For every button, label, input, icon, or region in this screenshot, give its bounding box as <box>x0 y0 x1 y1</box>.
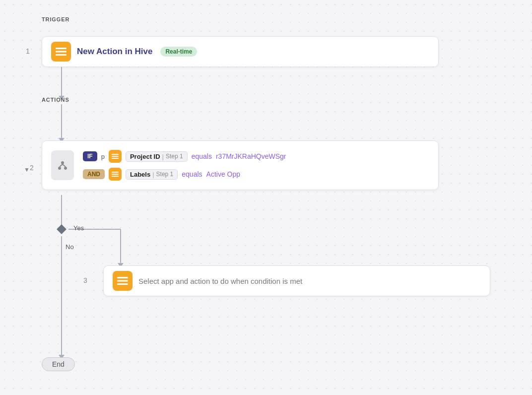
labels-pill: Labels | Step 1 <box>126 169 178 180</box>
if-badge: IF <box>83 151 97 161</box>
field-sep-1: | <box>162 153 164 160</box>
svg-rect-28 <box>117 283 128 285</box>
condition-card[interactable]: IF p Project ID | Step 1 equals r37MrJKR… <box>42 140 439 190</box>
svg-rect-26 <box>117 277 128 278</box>
svg-rect-5 <box>57 224 66 234</box>
field-step-1: Step 1 <box>166 153 183 160</box>
end-node[interactable]: End <box>42 357 75 371</box>
actions-section-label: ACTIONS <box>42 97 69 103</box>
condition-row2-icon <box>109 168 122 181</box>
svg-rect-12 <box>56 48 66 49</box>
expand-arrow-icon[interactable]: ▼ <box>24 166 30 173</box>
equals-text-1: equals <box>192 152 212 160</box>
condition-rows: IF p Project ID | Step 1 equals r37MrJKR… <box>83 150 429 181</box>
svg-rect-22 <box>112 158 119 159</box>
trigger-card[interactable]: New Action in Hive Real-time <box>42 36 439 67</box>
trigger-title: New Action in Hive <box>77 47 152 57</box>
condition-row-2: AND Labels | Step 1 equals Active Opp <box>83 168 429 181</box>
project-id-pill: Project ID | Step 1 <box>126 151 188 162</box>
field-name-project-id: Project ID <box>130 153 160 160</box>
field-step-2: Step 1 <box>156 171 174 178</box>
svg-point-15 <box>61 161 64 164</box>
condition-row1-icon <box>109 150 122 163</box>
svg-rect-24 <box>112 174 119 175</box>
and-badge: AND <box>83 169 105 179</box>
no-label: No <box>66 243 74 251</box>
svg-point-17 <box>64 167 67 170</box>
condition-icon-box <box>51 150 74 180</box>
action-card-title: Select app and action to do when conditi… <box>138 277 302 285</box>
value-text-1: r37MrJKRaHQveWSgr <box>216 152 286 160</box>
svg-rect-23 <box>112 172 119 173</box>
trigger-section-label: TRIGGER <box>42 16 69 22</box>
step1-number: 1 <box>26 47 30 55</box>
trigger-icon-box <box>51 42 71 62</box>
svg-rect-27 <box>117 280 128 282</box>
step3-number: 3 <box>83 276 87 284</box>
svg-point-16 <box>58 167 61 170</box>
svg-rect-13 <box>56 51 66 53</box>
p-label: p <box>101 153 105 160</box>
action-icon-box <box>113 271 133 291</box>
equals-text-2: equals <box>182 170 202 178</box>
realtime-badge: Real-time <box>160 47 197 57</box>
svg-rect-25 <box>112 176 119 177</box>
condition-row-1: IF p Project ID | Step 1 equals r37MrJKR… <box>83 150 429 163</box>
svg-rect-20 <box>112 154 119 155</box>
svg-rect-21 <box>112 156 119 157</box>
action-card-step3[interactable]: Select app and action to do when conditi… <box>103 265 490 296</box>
svg-rect-14 <box>56 54 66 56</box>
field-sep-2: | <box>152 171 154 178</box>
svg-line-18 <box>60 164 63 167</box>
svg-line-19 <box>63 164 66 167</box>
field-name-labels: Labels <box>130 171 150 178</box>
value-text-2: Active Opp <box>206 170 240 178</box>
step2-number: 2 <box>30 164 34 172</box>
yes-label: Yes <box>73 224 84 232</box>
